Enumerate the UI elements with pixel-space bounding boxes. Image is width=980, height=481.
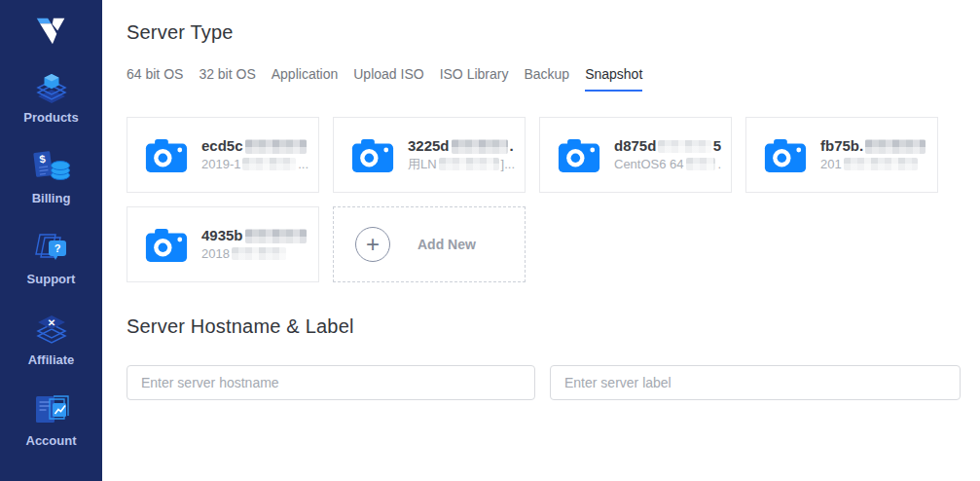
snapshot-name: fb75b. [820, 137, 927, 155]
camera-icon [764, 137, 807, 173]
hostname-label-inputs [127, 365, 961, 400]
redaction-blur [232, 247, 286, 260]
sidebar: Products $ Billing [0, 0, 102, 481]
sidebar-item-account[interactable]: Account [0, 388, 102, 468]
sidebar-nav: Products $ Billing [0, 64, 102, 468]
snapshot-card[interactable]: 3225d . 用LN ]... [333, 117, 526, 193]
redaction-blur [452, 139, 508, 154]
tab-iso-library[interactable]: ISO Library [440, 66, 509, 92]
snapshot-name: 3225d . [408, 137, 515, 155]
tab-application[interactable]: Application [272, 66, 339, 92]
vultr-logo-icon [31, 13, 72, 50]
redaction-blur [245, 229, 307, 243]
tab-32bit-os[interactable]: 32 bit OS [199, 66, 255, 92]
add-new-snapshot-button[interactable]: + Add New [333, 206, 526, 282]
sidebar-item-label: Products [23, 110, 78, 125]
snapshot-name: ecd5c [201, 137, 309, 155]
redaction-blur [439, 158, 499, 170]
snapshot-card[interactable]: fb75b. 201 [745, 117, 938, 193]
account-icon [30, 388, 73, 432]
snapshot-name: 4935b [201, 227, 309, 244]
sidebar-item-affiliate[interactable]: ✕ Affiliate [0, 307, 102, 388]
sidebar-item-label: Billing [32, 191, 71, 205]
svg-text:✕: ✕ [47, 317, 54, 328]
server-type-tabs: 64 bit OS 32 bit OS Application Upload I… [127, 66, 642, 92]
main-content: Server Type 64 bit OS 32 bit OS Applicat… [102, 0, 980, 481]
snapshot-card[interactable]: ecd5c 2019-1 ... [127, 117, 319, 193]
snapshot-grid: ecd5c 2019-1 ... [127, 117, 938, 282]
tab-backup[interactable]: Backup [524, 66, 569, 92]
snapshot-name: d875d 5 [614, 137, 721, 155]
sidebar-item-label: Account [26, 433, 77, 448]
products-icon [30, 64, 73, 109]
server-hostname-input[interactable] [127, 365, 535, 400]
sidebar-item-products[interactable]: Products [0, 64, 102, 145]
add-new-label: Add New [417, 237, 476, 252]
server-label-input[interactable] [550, 365, 961, 400]
camera-icon [145, 137, 188, 173]
plus-icon: + [355, 227, 390, 262]
camera-icon [558, 137, 600, 173]
sidebar-item-label: Affiliate [28, 352, 75, 367]
tab-snapshot[interactable]: Snapshot [585, 66, 642, 92]
sidebar-item-label: Support [27, 272, 76, 286]
redaction-blur [865, 139, 926, 154]
redaction-blur [844, 158, 918, 170]
snapshot-desc: 2018 [201, 245, 309, 262]
snapshot-card[interactable]: 4935b 2018 [127, 206, 319, 282]
camera-icon [351, 137, 394, 173]
hostname-label-heading: Server Hostname & Label [127, 315, 354, 338]
vultr-logo[interactable] [0, 10, 102, 53]
redaction-blur [242, 158, 296, 170]
snapshot-desc: 2019-1 ... [201, 156, 309, 172]
redaction-blur [686, 158, 716, 170]
snapshot-card[interactable]: d875d 5 CentOS6 64 . [539, 117, 732, 193]
sidebar-item-billing[interactable]: $ Billing [0, 145, 102, 226]
tab-64bit-os[interactable]: 64 bit OS [127, 66, 183, 92]
server-type-heading: Server Type [127, 21, 234, 44]
tab-upload-iso[interactable]: Upload ISO [353, 66, 423, 92]
snapshot-desc: 用LN ]... [408, 156, 515, 172]
snapshot-desc: 201 [820, 156, 927, 172]
support-icon: ? [30, 226, 73, 271]
billing-icon: $ [30, 145, 73, 190]
redaction-blur [245, 139, 307, 154]
affiliate-icon: ✕ [30, 307, 73, 352]
camera-icon [145, 227, 188, 263]
sidebar-item-support[interactable]: ? Support [0, 226, 102, 307]
snapshot-desc: CentOS6 64 . [614, 156, 721, 172]
svg-text:?: ? [54, 242, 60, 254]
redaction-blur [658, 140, 710, 153]
